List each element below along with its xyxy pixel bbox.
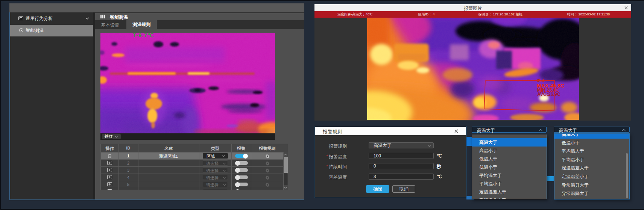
svg-text:T-9.7℃: T-9.7℃	[133, 33, 154, 38]
svg-text:AVG:26.9C: AVG:26.9C	[537, 92, 560, 97]
